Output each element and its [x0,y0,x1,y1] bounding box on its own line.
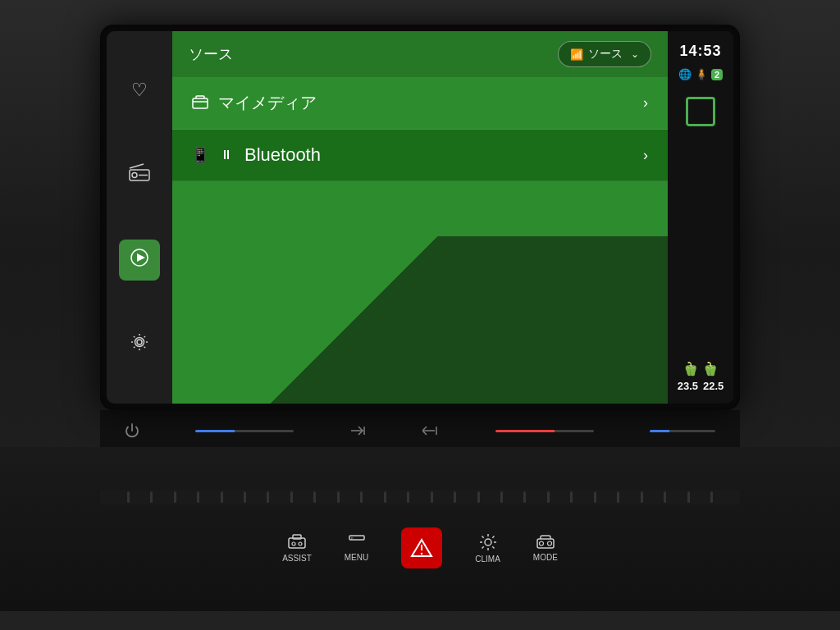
temperature-section: 🫑 🫑 23.5 22.5 [678,361,724,392]
svg-text:P: P [351,536,354,540]
bluetooth-icon: 📱 [192,147,208,163]
temp-slider[interactable] [495,430,594,432]
heart-icon: ♡ [131,80,148,101]
mode-label: MODE [533,553,558,562]
menu-item-bluetooth[interactable]: 📱 ⏸ Bluetooth › [172,130,668,181]
clima-label: CLIMA [475,555,500,564]
menu-item-my-media[interactable]: マイメディア › [172,77,668,130]
play-icon [130,249,148,272]
svg-point-16 [292,542,295,546]
assist-button[interactable]: ASSIST [282,534,312,563]
assist-label: ASSIST [282,554,312,563]
clima-button[interactable]: CLIMA [475,533,500,564]
main-screen: ♡ [107,31,733,404]
my-media-label: マイメディア [218,92,317,114]
svg-rect-8 [193,98,208,108]
svg-line-29 [492,546,494,548]
my-media-icon [192,94,208,112]
menu-list: マイメディア › 📱 ⏸ Bluetooth › [172,77,668,404]
bottom-buttons: ASSIST P MENU [282,527,558,568]
temp-left: 23.5 [678,380,698,392]
svg-marker-5 [137,253,145,262]
status-icons: 🌐 🧍 2 [678,68,723,80]
temp-right: 22.5 [703,380,724,392]
svg-point-1 [132,173,137,178]
volume-slider[interactable] [195,430,294,432]
dashboard: ♡ [0,0,840,630]
seat-left-icon: 🫑 [682,361,699,377]
svg-line-28 [482,536,483,537]
temp-values: 23.5 22.5 [678,380,724,392]
bottom-panel: ASSIST P MENU [0,447,840,611]
svg-line-31 [482,546,483,548]
sidebar: ♡ [107,31,172,404]
sidebar-item-radio[interactable] [119,154,160,195]
clock-display: 14:53 [679,43,721,60]
svg-point-34 [547,541,551,546]
main-content: ソース 📶 ソース ⌄ [172,31,668,404]
globe-icon: 🌐 [678,68,692,80]
temp-down-button[interactable] [350,424,367,437]
settings-icon [130,332,149,357]
svg-point-33 [539,541,543,546]
temp-up-button[interactable] [422,424,439,437]
svg-point-7 [135,338,144,347]
bluetooth-arrow: › [643,147,648,164]
svg-point-23 [485,539,491,546]
person-icon: 🧍 [695,68,708,80]
menu-button[interactable]: P MENU [345,535,368,562]
svg-point-6 [137,340,142,345]
notification-badge: 2 [711,69,723,80]
bluetooth-small-icon: 📶 [570,48,583,61]
svg-line-3 [130,164,144,168]
screen-bezel: ♡ [100,25,740,410]
svg-rect-14 [289,538,305,548]
seat-heat-icons: 🫑 🫑 [682,361,719,377]
hazard-button[interactable] [401,527,442,568]
my-media-arrow: › [643,94,648,112]
svg-point-22 [421,553,422,555]
bluetooth-label: Bluetooth [244,144,321,166]
source-dropdown-label: ソース [588,47,623,62]
svg-point-17 [299,542,302,546]
controls-bar [100,410,740,451]
fan-slider[interactable] [650,430,715,432]
power-button[interactable] [125,423,139,438]
green-square-indicator[interactable] [686,97,715,126]
seat-right-icon: 🫑 [702,361,719,377]
sidebar-item-play[interactable] [119,240,160,281]
screen-title: ソース [189,44,233,64]
pause-icon: ⏸ [218,147,235,163]
radio-icon [129,163,150,186]
sidebar-item-settings[interactable] [119,324,160,365]
source-dropdown[interactable]: 📶 ソース ⌄ [558,41,651,67]
sidebar-item-favorites[interactable]: ♡ [119,70,160,111]
top-bar: ソース 📶 ソース ⌄ [172,31,668,77]
chevron-down-icon: ⌄ [631,48,639,60]
svg-line-30 [492,536,494,537]
mode-button[interactable]: MODE [533,535,558,562]
svg-rect-15 [293,535,301,539]
status-bar: 14:53 🌐 🧍 2 🫑 🫑 23.5 22.5 [668,31,733,404]
menu-label: MENU [345,553,368,562]
